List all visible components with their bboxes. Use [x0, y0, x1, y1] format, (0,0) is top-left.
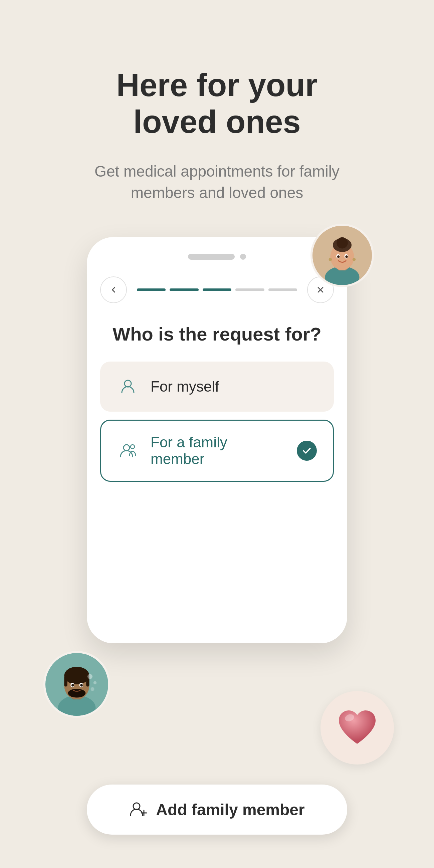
svg-rect-17	[64, 676, 67, 687]
svg-point-30	[125, 380, 131, 387]
progress-bars	[137, 288, 297, 291]
step-bar-indicator	[188, 254, 235, 260]
svg-point-5	[337, 237, 348, 248]
progress-bar-2	[169, 288, 198, 291]
svg-point-31	[124, 445, 129, 451]
page-subtitle: Get medical appointments for family memb…	[87, 161, 347, 204]
svg-point-22	[80, 684, 83, 687]
step-dots-row	[100, 254, 334, 260]
nav-row	[100, 276, 334, 303]
svg-point-33	[133, 803, 140, 810]
svg-point-11	[352, 258, 355, 261]
add-family-button-label: Add family member	[156, 801, 305, 819]
svg-point-9	[345, 255, 347, 258]
svg-point-21	[71, 684, 74, 687]
option-myself[interactable]: For myself	[100, 362, 334, 412]
option-family-label: For a family member	[151, 434, 285, 467]
person-icon	[117, 376, 138, 397]
avatar-bottom-left	[43, 651, 110, 718]
avatar-top-right	[310, 224, 374, 287]
heart-decoration	[320, 691, 394, 765]
phone-empty-space	[100, 490, 334, 623]
svg-point-8	[337, 255, 340, 258]
check-mark	[297, 441, 317, 461]
family-person-icon	[117, 440, 138, 461]
svg-point-23	[68, 689, 86, 698]
svg-point-26	[90, 687, 94, 691]
svg-point-25	[93, 681, 96, 684]
progress-bar-4	[235, 288, 264, 291]
progress-bar-1	[137, 288, 165, 291]
option-myself-label: For myself	[151, 378, 317, 395]
step-circle-indicator	[240, 254, 246, 260]
svg-point-10	[329, 258, 332, 261]
add-person-icon	[129, 800, 148, 819]
phone-wrapper: Who is the request for? For myself	[67, 237, 367, 868]
svg-point-32	[130, 445, 134, 449]
svg-point-16	[64, 667, 89, 684]
svg-point-24	[88, 674, 92, 679]
question-title: Who is the request for?	[100, 323, 334, 345]
add-family-member-button[interactable]: Add family member	[87, 784, 347, 835]
option-family[interactable]: For a family member	[100, 420, 334, 482]
page-container: Here for your loved ones Get medical app…	[0, 0, 434, 868]
phone-frame: Who is the request for? For myself	[87, 237, 347, 643]
progress-bar-5	[269, 288, 297, 291]
progress-bar-3	[203, 288, 231, 291]
page-title: Here for your loved ones	[117, 67, 318, 141]
back-button[interactable]	[100, 276, 127, 303]
